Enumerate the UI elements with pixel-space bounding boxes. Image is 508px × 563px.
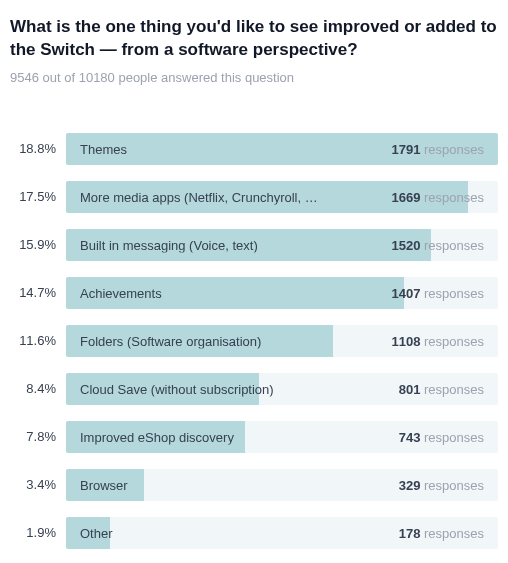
row-percentage: 1.9% — [10, 525, 56, 540]
bar-track: Cloud Save (without subscription)801 res… — [66, 373, 498, 405]
bar-count: 743 responses — [399, 429, 484, 444]
row-percentage: 8.4% — [10, 381, 56, 396]
bar-count: 1407 responses — [391, 285, 484, 300]
row-percentage: 15.9% — [10, 237, 56, 252]
bar-label: Themes — [80, 141, 127, 156]
bar-label: Improved eShop discovery — [80, 429, 234, 444]
bar-label: Built in messaging (Voice, text) — [80, 237, 258, 252]
chart-row: 1.9%Other178 responses — [10, 517, 498, 549]
bar-count: 1520 responses — [391, 237, 484, 252]
bar-chart: 18.8%Themes1791 responses17.5%More media… — [10, 133, 498, 549]
bar-track: More media apps (Netflix, Crunchyroll, …… — [66, 181, 498, 213]
bar-track: Improved eShop discovery743 responses — [66, 421, 498, 453]
bar-count: 178 responses — [399, 525, 484, 540]
question-title: What is the one thing you'd like to see … — [10, 16, 498, 62]
bar-count: 1669 responses — [391, 189, 484, 204]
bar-label: Cloud Save (without subscription) — [80, 381, 274, 396]
bar-count: 329 responses — [399, 477, 484, 492]
chart-row: 14.7%Achievements1407 responses — [10, 277, 498, 309]
chart-row: 7.8%Improved eShop discovery743 response… — [10, 421, 498, 453]
bar-label: More media apps (Netflix, Crunchyroll, … — [80, 189, 318, 204]
bar-label: Folders (Software organisation) — [80, 333, 261, 348]
bar-label: Achievements — [80, 285, 162, 300]
row-percentage: 11.6% — [10, 333, 56, 348]
bar-track: Folders (Software organisation)1108 resp… — [66, 325, 498, 357]
chart-row: 17.5%More media apps (Netflix, Crunchyro… — [10, 181, 498, 213]
row-percentage: 17.5% — [10, 189, 56, 204]
bar-track: Other178 responses — [66, 517, 498, 549]
row-percentage: 18.8% — [10, 141, 56, 156]
bar-track: Built in messaging (Voice, text)1520 res… — [66, 229, 498, 261]
chart-row: 8.4%Cloud Save (without subscription)801… — [10, 373, 498, 405]
row-percentage: 7.8% — [10, 429, 56, 444]
chart-row: 18.8%Themes1791 responses — [10, 133, 498, 165]
bar-label: Other — [80, 525, 113, 540]
chart-row: 3.4%Browser329 responses — [10, 469, 498, 501]
bar-label: Browser — [80, 477, 128, 492]
bar-track: Themes1791 responses — [66, 133, 498, 165]
bar-track: Achievements1407 responses — [66, 277, 498, 309]
bar-count: 1791 responses — [391, 141, 484, 156]
row-percentage: 3.4% — [10, 477, 56, 492]
chart-row: 11.6%Folders (Software organisation)1108… — [10, 325, 498, 357]
row-percentage: 14.7% — [10, 285, 56, 300]
bar-count: 1108 responses — [391, 333, 484, 348]
chart-row: 15.9%Built in messaging (Voice, text)152… — [10, 229, 498, 261]
bar-count: 801 responses — [399, 381, 484, 396]
bar-track: Browser329 responses — [66, 469, 498, 501]
answer-count-subtitle: 9546 out of 10180 people answered this q… — [10, 70, 498, 85]
